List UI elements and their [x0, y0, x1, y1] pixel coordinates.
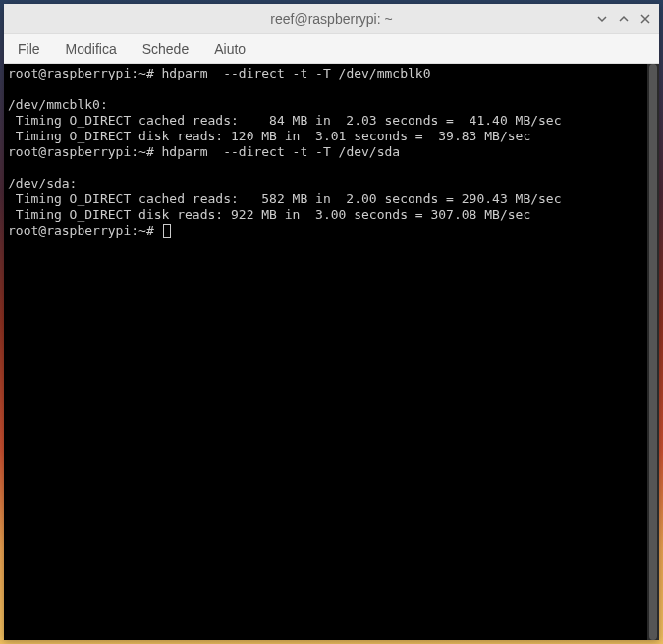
terminal-line: /dev/mmcblk0: [8, 97, 655, 113]
cursor [163, 224, 171, 238]
terminal-line: Timing O_DIRECT cached reads: 84 MB in 2… [8, 113, 655, 129]
terminal-line: root@raspberrypi:~# hdparm --direct -t -… [8, 66, 655, 81]
menu-schede[interactable]: Schede [138, 37, 193, 61]
menu-aiuto[interactable]: Aiuto [210, 37, 249, 61]
window-controls [594, 11, 653, 27]
maximize-button[interactable] [616, 11, 632, 27]
terminal-line: Timing O_DIRECT disk reads: 922 MB in 3.… [8, 207, 655, 223]
menubar: File Modifica Schede Aiuto [4, 34, 659, 64]
terminal-output[interactable]: root@raspberrypi:~# hdparm --direct -t -… [4, 64, 659, 241]
close-button[interactable] [637, 11, 653, 27]
terminal-line: root@raspberrypi:~# hdparm --direct -t -… [8, 144, 655, 160]
terminal-line [8, 81, 655, 97]
terminal-container: root@raspberrypi:~# hdparm --direct -t -… [4, 64, 659, 640]
command-text: hdparm --direct -t -T /dev/sda [162, 144, 401, 159]
terminal-line: root@raspberrypi:~# [8, 223, 655, 239]
terminal-line: Timing O_DIRECT disk reads: 120 MB in 3.… [8, 129, 655, 144]
terminal-line: Timing O_DIRECT cached reads: 582 MB in … [8, 191, 655, 207]
terminal-window: reef@raspberrypi: ~ File Modifica Schede… [4, 4, 659, 640]
shell-prompt: root@raspberrypi:~# [8, 66, 162, 80]
shell-prompt: root@raspberrypi:~# [8, 223, 162, 238]
shell-prompt: root@raspberrypi:~# [8, 144, 162, 159]
close-icon [639, 13, 651, 25]
maximize-icon [618, 13, 630, 25]
window-title: reef@raspberrypi: ~ [270, 11, 392, 27]
command-text: hdparm --direct -t -T /dev/mmcblk0 [162, 66, 431, 80]
terminal-line [8, 160, 655, 176]
scrollbar[interactable] [647, 64, 659, 640]
terminal-line: /dev/sda: [8, 176, 655, 191]
menu-file[interactable]: File [14, 37, 44, 61]
menu-modifica[interactable]: Modifica [62, 37, 121, 61]
minimize-icon [596, 13, 608, 25]
titlebar: reef@raspberrypi: ~ [4, 4, 659, 34]
minimize-button[interactable] [594, 11, 610, 27]
scrollbar-thumb[interactable] [649, 64, 657, 640]
